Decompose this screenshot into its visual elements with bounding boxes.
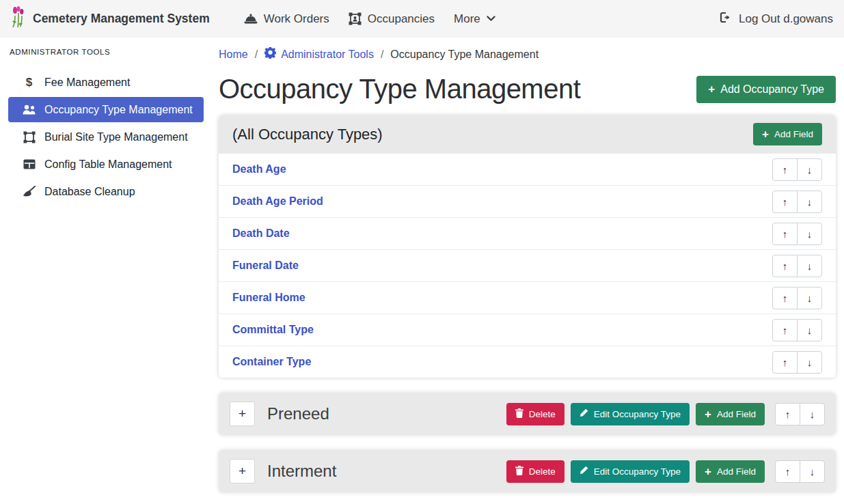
field-link-committal-type[interactable]: Committal Type: [232, 324, 314, 336]
delete-button[interactable]: Delete: [506, 403, 564, 425]
gear-icon: [264, 47, 276, 61]
hard-hat-icon: [244, 13, 258, 25]
field-row: Death Date ↑ ↓: [219, 217, 836, 249]
move-up-button[interactable]: ↑: [775, 403, 800, 425]
move-down-button[interactable]: ↓: [800, 403, 825, 425]
field-row: Death Age ↑ ↓: [219, 153, 836, 185]
sidebar-heading: ADMINISTRATOR TOOLS: [10, 48, 204, 56]
reorder-controls: ↑ ↓: [772, 158, 822, 181]
breadcrumb-admin-tools-link[interactable]: Administrator Tools: [264, 47, 374, 61]
nav-occupancies-label: Occupancies: [368, 12, 435, 26]
card-title: (All Occupancy Types): [232, 126, 383, 143]
chevron-down-icon: [487, 16, 495, 22]
sign-out-icon: [720, 12, 733, 27]
main-content: Home / Administrator Tools / Occupancy T…: [212, 38, 844, 504]
portrait-frame-icon: [349, 12, 362, 25]
plus-icon: +: [708, 83, 715, 95]
add-field-button[interactable]: + Add Field: [696, 403, 765, 425]
add-field-label: Add Field: [717, 466, 756, 477]
occupancy-type-name: Interment: [267, 462, 506, 481]
section-actions: Delete Edit Occupancy Type + Add Field ↑: [506, 460, 825, 483]
sidebar-item-fee-management[interactable]: $ Fee Management: [8, 70, 204, 95]
field-link-death-age-period[interactable]: Death Age Period: [232, 195, 323, 208]
field-row: Funeral Date ↑ ↓: [219, 249, 836, 281]
breadcrumb: Home / Administrator Tools / Occupancy T…: [219, 47, 836, 61]
pencil-icon: [580, 408, 588, 419]
edit-occupancy-type-button[interactable]: Edit Occupancy Type: [571, 460, 690, 483]
move-up-button[interactable]: ↑: [772, 223, 798, 245]
move-down-button[interactable]: ↓: [797, 223, 822, 245]
nav-more[interactable]: More: [454, 12, 495, 26]
table-icon: [20, 159, 38, 169]
app-brand[interactable]: Cemetery Management System: [11, 6, 210, 31]
reorder-controls: ↑ ↓: [772, 351, 822, 374]
sidebar-item-occupancy-type-management[interactable]: Occupancy Type Management: [8, 97, 204, 122]
breadcrumb-separator: /: [255, 48, 258, 61]
move-down-button[interactable]: ↓: [797, 287, 822, 309]
plus-icon: +: [762, 128, 769, 140]
move-down-button[interactable]: ↓: [797, 158, 822, 181]
sidebar-item-database-cleanup[interactable]: Database Cleanup: [8, 179, 204, 204]
sidebar-item-label: Burial Site Type Management: [44, 131, 188, 143]
field-link-funeral-date[interactable]: Funeral Date: [232, 260, 299, 272]
move-down-button[interactable]: ↓: [797, 319, 822, 341]
breadcrumb-home-link[interactable]: Home: [219, 48, 248, 61]
section-actions: Delete Edit Occupancy Type + Add Field ↑: [506, 403, 825, 425]
reorder-controls: ↑ ↓: [775, 403, 825, 425]
reorder-controls: ↑ ↓: [772, 287, 822, 309]
logout-label: Log Out d.gowans: [739, 12, 833, 26]
sidebar-item-label: Fee Management: [44, 76, 130, 89]
add-field-label: Add Field: [774, 129, 813, 139]
expand-button[interactable]: +: [230, 402, 255, 426]
move-up-button[interactable]: ↑: [772, 255, 798, 277]
delete-button[interactable]: Delete: [506, 460, 564, 483]
nav-occupancies[interactable]: Occupancies: [349, 12, 435, 26]
move-down-button[interactable]: ↓: [800, 460, 825, 483]
title-row: Occupancy Type Management + Add Occupanc…: [219, 74, 836, 104]
reorder-controls: ↑ ↓: [772, 223, 822, 245]
move-down-button[interactable]: ↓: [797, 255, 822, 277]
dollar-icon: $: [20, 76, 38, 89]
sidebar-item-burial-site-type-management[interactable]: Burial Site Type Management: [8, 124, 204, 150]
occupancy-type-section-interment: + Interment Delete: [219, 450, 836, 492]
edit-occupancy-type-button[interactable]: Edit Occupancy Type: [571, 403, 690, 425]
sidebar-item-label: Occupancy Type Management: [44, 104, 193, 116]
field-link-funeral-home[interactable]: Funeral Home: [232, 292, 305, 304]
move-up-button[interactable]: ↑: [772, 351, 798, 374]
move-up-button[interactable]: ↑: [772, 319, 798, 341]
nav-more-label: More: [454, 12, 480, 26]
field-link-death-date[interactable]: Death Date: [232, 227, 290, 240]
move-up-button[interactable]: ↑: [772, 158, 798, 181]
sidebar-item-config-table-management[interactable]: Config Table Management: [8, 152, 204, 177]
reorder-controls: ↑ ↓: [772, 191, 822, 213]
add-field-button[interactable]: + Add Field: [753, 123, 822, 145]
occupancy-type-name: Preneed: [267, 404, 506, 423]
move-down-button[interactable]: ↓: [797, 351, 822, 374]
all-occupancy-types-header: (All Occupancy Types) + Add Field: [219, 115, 836, 153]
sidebar-item-label: Config Table Management: [44, 158, 172, 171]
move-down-button[interactable]: ↓: [797, 191, 822, 213]
field-link-death-age[interactable]: Death Age: [232, 163, 286, 176]
reorder-controls: ↑ ↓: [772, 255, 822, 277]
add-field-button[interactable]: + Add Field: [696, 460, 765, 483]
page-layout: ADMINISTRATOR TOOLS $ Fee Management Occ…: [0, 38, 844, 504]
move-up-button[interactable]: ↑: [775, 460, 800, 483]
flower-logo-icon: [11, 6, 26, 31]
move-up-button[interactable]: ↑: [772, 191, 798, 213]
nav-work-orders[interactable]: Work Orders: [244, 12, 329, 26]
field-row: Death Age Period ↑ ↓: [219, 185, 836, 217]
breadcrumb-current: Occupancy Type Management: [390, 48, 539, 61]
breadcrumb-separator: /: [381, 48, 383, 61]
field-link-container-type[interactable]: Container Type: [232, 356, 311, 368]
add-occupancy-type-button[interactable]: + Add Occupancy Type: [696, 76, 836, 103]
occupancy-type-section-preneed: + Preneed Delete: [219, 393, 836, 435]
plus-icon: +: [705, 466, 711, 477]
move-up-button[interactable]: ↑: [772, 287, 798, 309]
site-frame-icon: [20, 131, 38, 143]
pencil-icon: [580, 466, 588, 477]
expand-button[interactable]: +: [230, 459, 255, 484]
logout-button[interactable]: Log Out d.gowans: [720, 12, 833, 27]
trash-icon: [515, 408, 523, 420]
sidebar-item-label: Database Cleanup: [44, 186, 135, 198]
delete-label: Delete: [529, 466, 556, 477]
